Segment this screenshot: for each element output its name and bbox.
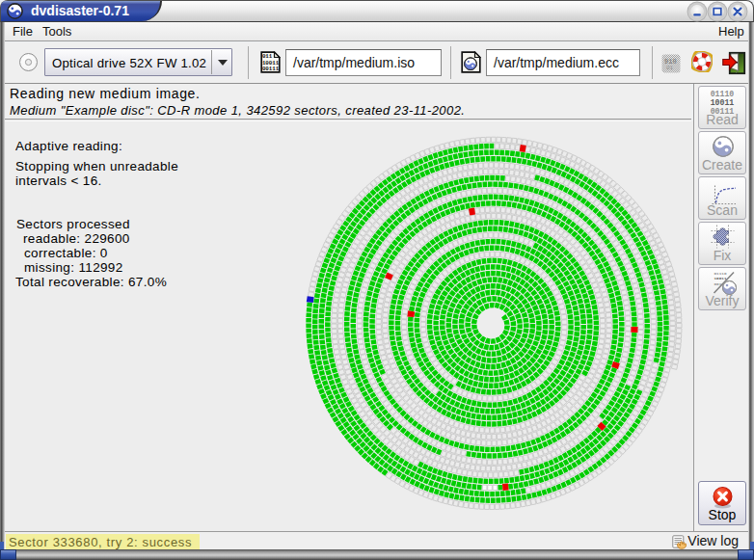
svg-text:01110: 01110 [714,271,727,276]
svg-text:10011: 10011 [714,276,727,280]
svg-text:01110: 01110 [711,90,735,98]
svg-text:01: 01 [666,65,674,71]
svg-text:10011: 10011 [711,98,735,107]
svg-text:00111: 00111 [262,66,280,72]
